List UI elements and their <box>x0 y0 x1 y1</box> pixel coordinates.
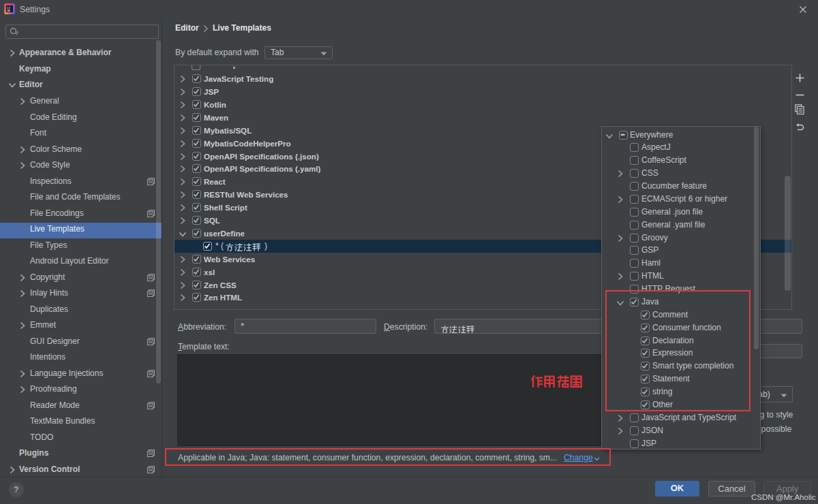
svg-text:IJ: IJ <box>7 6 10 10</box>
